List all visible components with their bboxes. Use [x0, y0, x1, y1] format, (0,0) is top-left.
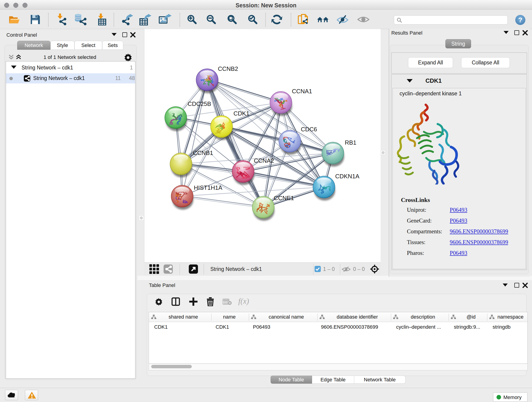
svg-text:CCNE1: CCNE1	[274, 195, 294, 201]
svg-text:CCNA1: CCNA1	[292, 88, 312, 95]
svg-text:CCNA2: CCNA2	[254, 157, 274, 164]
svg-text:CDC25B: CDC25B	[188, 100, 211, 107]
svg-text:CDK1: CDK1	[234, 110, 249, 117]
svg-text:RB1: RB1	[345, 139, 356, 146]
svg-text:CCNB1: CCNB1	[193, 149, 213, 156]
svg-text:CCNB2: CCNB2	[218, 65, 238, 72]
svg-text:CDKN1A: CDKN1A	[335, 173, 360, 180]
svg-text:CDC6: CDC6	[301, 126, 317, 133]
svg-text:HIST1H1A: HIST1H1A	[194, 184, 222, 191]
